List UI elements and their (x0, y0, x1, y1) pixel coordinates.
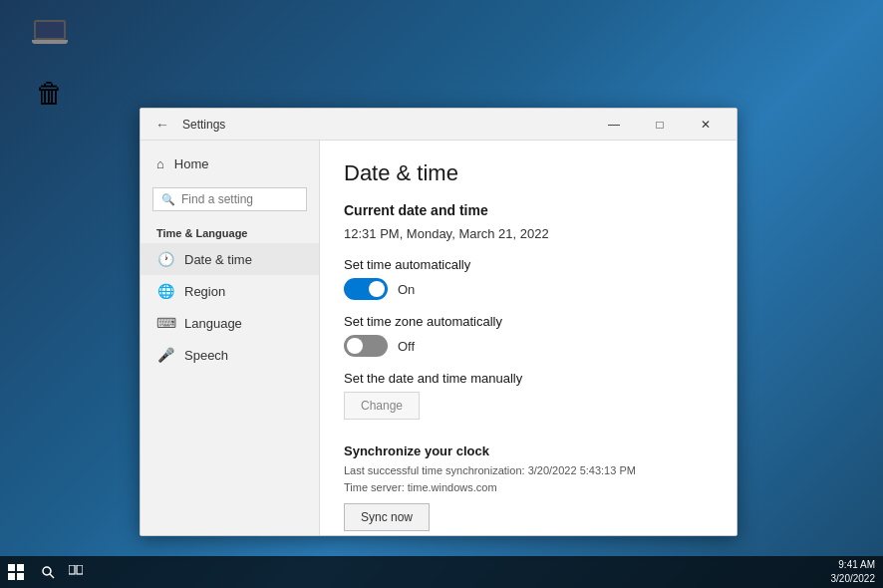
taskbar-clock: 9:41 AM 3/20/2022 (831, 558, 876, 586)
search-icon (41, 565, 55, 579)
start-button[interactable] (0, 556, 32, 588)
sidebar: ⌂ Home 🔍 Time & Language 🕐 Date & time 🌐… (141, 141, 320, 535)
set-timezone-auto-state: Off (398, 339, 415, 354)
set-time-auto-row: Set time automatically On (344, 257, 713, 300)
svg-point-4 (43, 567, 51, 575)
search-input[interactable] (181, 192, 298, 206)
close-button[interactable]: ✕ (683, 109, 729, 141)
set-time-auto-label: Set time automatically (344, 257, 713, 272)
settings-window: ← Settings — □ ✕ ⌂ Home 🔍 Time & (140, 108, 737, 536)
laptop-icon (32, 20, 68, 56)
page-title: Date & time (344, 160, 713, 186)
main-content: Date & time Current date and time 12:31 … (320, 141, 736, 535)
svg-rect-2 (8, 573, 15, 580)
search-icon: 🔍 (161, 193, 175, 206)
sidebar-item-datetime-label: Date & time (184, 252, 252, 267)
set-timezone-auto-toggle[interactable] (344, 335, 388, 357)
taskbar: 9:41 AM 3/20/2022 (0, 556, 883, 588)
sync-info-line2: Time server: time.windows.com (344, 479, 713, 496)
back-button[interactable]: ← (148, 111, 176, 139)
set-manual-label: Set the date and time manually (344, 371, 713, 386)
sidebar-home-label: Home (174, 156, 209, 171)
svg-rect-3 (17, 573, 24, 580)
set-timezone-auto-row: Set time zone automatically Off (344, 314, 713, 357)
sidebar-item-language[interactable]: ⌨ Language (141, 307, 319, 339)
sync-info: Last successful time synchronization: 3/… (344, 462, 713, 495)
region-icon: 🌐 (156, 283, 174, 299)
set-time-auto-toggle[interactable] (344, 278, 388, 300)
window-title: Settings (182, 118, 591, 132)
sidebar-item-region-label: Region (184, 284, 225, 299)
set-timezone-auto-label: Set time zone automatically (344, 314, 713, 329)
svg-rect-7 (77, 565, 83, 574)
windows-logo-icon (8, 564, 24, 580)
sync-now-button[interactable]: Sync now (344, 503, 430, 531)
set-time-auto-toggle-row: On (344, 278, 713, 300)
desktop-icon-recycle[interactable]: 🗑 (20, 75, 80, 111)
sidebar-section-title: Time & Language (141, 219, 319, 243)
sync-title: Synchronize your clock (344, 443, 713, 458)
clock-time: 9:41 AM (831, 558, 876, 572)
sync-info-line1: Last successful time synchronization: 3/… (344, 462, 713, 479)
recycle-icon: 🗑 (32, 75, 68, 111)
minimize-button[interactable]: — (591, 109, 637, 141)
set-timezone-auto-toggle-row: Off (344, 335, 713, 357)
speech-icon: 🎤 (156, 347, 174, 363)
datetime-icon: 🕐 (156, 251, 174, 267)
sidebar-item-speech-label: Speech (184, 348, 228, 363)
svg-rect-6 (69, 565, 75, 574)
desktop: 🗑 ← Settings — □ ✕ ⌂ Home (0, 0, 883, 588)
change-button[interactable]: Change (344, 392, 420, 420)
sidebar-search-box[interactable]: 🔍 (152, 187, 307, 211)
maximize-button[interactable]: □ (637, 109, 683, 141)
svg-rect-0 (8, 564, 15, 571)
svg-line-5 (50, 574, 54, 578)
clock-date: 3/20/2022 (831, 572, 876, 586)
set-manual-row: Set the date and time manually Change (344, 371, 713, 432)
sidebar-item-datetime[interactable]: 🕐 Date & time (141, 243, 319, 275)
current-datetime: 12:31 PM, Monday, March 21, 2022 (344, 226, 713, 241)
taskbar-right: 9:41 AM 3/20/2022 (831, 558, 884, 586)
sidebar-item-language-label: Language (184, 316, 242, 331)
set-time-auto-state: On (398, 282, 415, 297)
title-bar: ← Settings — □ ✕ (141, 109, 736, 141)
taskbar-search-button[interactable] (36, 556, 60, 588)
svg-rect-1 (17, 564, 24, 571)
task-view-icon (69, 565, 83, 579)
current-section-title: Current date and time (344, 202, 713, 218)
toggle-knob-off (347, 338, 363, 354)
sidebar-item-speech[interactable]: 🎤 Speech (141, 339, 319, 371)
home-icon: ⌂ (156, 156, 164, 171)
content-area: ⌂ Home 🔍 Time & Language 🕐 Date & time 🌐… (141, 141, 736, 535)
sidebar-item-region[interactable]: 🌐 Region (141, 275, 319, 307)
desktop-icon-laptop[interactable] (20, 20, 80, 56)
task-view-button[interactable] (64, 556, 88, 588)
toggle-knob-on (369, 281, 385, 297)
language-icon: ⌨ (156, 315, 174, 331)
sidebar-home-button[interactable]: ⌂ Home (141, 148, 319, 179)
window-controls: — □ ✕ (591, 109, 729, 141)
sync-section: Synchronize your clock Last successful t… (344, 443, 713, 535)
